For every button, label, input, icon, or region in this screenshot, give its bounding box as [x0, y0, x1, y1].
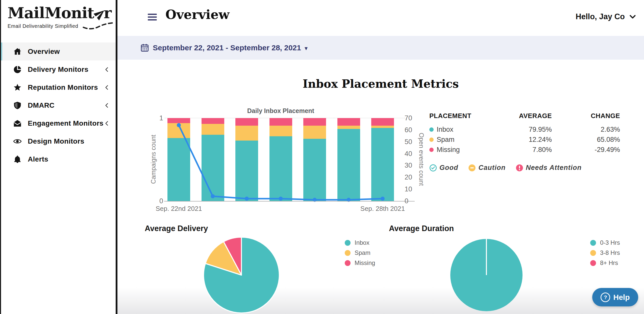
- question-mark-icon: ?: [601, 293, 610, 302]
- sidebar-item-label: Overview: [28, 48, 60, 56]
- inbox-color-dot: [345, 240, 351, 246]
- sidebar-item-delivery-monitors[interactable]: Delivery Monitors: [0, 60, 116, 78]
- right-axis-tick: 50: [405, 138, 412, 146]
- bar-segment-spam: [269, 126, 292, 137]
- caret-down-icon: ▾: [305, 45, 308, 52]
- date-range-selector[interactable]: September 22, 2021 - September 28, 2021 …: [140, 43, 308, 52]
- duration-8plus-color-dot: [590, 260, 596, 266]
- pie-chart-icon: [13, 65, 22, 74]
- pie-title-average-duration: Average Duration: [389, 224, 454, 233]
- table-header-change: CHANGE: [569, 112, 620, 120]
- left-axis-tick: 1: [151, 114, 163, 122]
- bar-segment-missing: [371, 118, 394, 126]
- bar-segment-spam: [167, 123, 190, 138]
- eye-icon: [13, 137, 22, 146]
- brand-wordmark-left: MailMonit: [8, 5, 94, 21]
- row-label: Spam: [437, 136, 455, 144]
- sidebar-item-alerts[interactable]: Alerts: [0, 150, 116, 168]
- sidebar-item-label: Alerts: [28, 155, 48, 163]
- status-item-needs-attention: Needs Attention: [516, 164, 582, 172]
- pie-title-average-delivery: Average Delivery: [145, 224, 208, 233]
- brand-tagline: Email Deliverability Simplified: [8, 23, 78, 29]
- right-axis-tick: 0: [405, 197, 408, 205]
- bar-segment-spam: [337, 126, 360, 129]
- chevron-left-icon: [104, 120, 110, 127]
- chevron-left-icon: [104, 102, 110, 109]
- check-circle-icon: [429, 164, 437, 172]
- row-label: Inbox: [437, 126, 453, 133]
- right-axis-tick: 10: [405, 185, 412, 193]
- row-change: 65.08%: [569, 136, 620, 144]
- table-row: Inbox: [429, 126, 453, 133]
- legend-item: 8+ Hrs: [590, 260, 620, 266]
- bar-segment-missing: [269, 118, 292, 126]
- help-button-label: Help: [613, 293, 630, 302]
- legend-label: 8+ Hrs: [600, 259, 618, 266]
- minus-circle-icon: [468, 164, 476, 172]
- row-average: 79.95%: [501, 126, 552, 133]
- stacked-bar: [202, 118, 224, 201]
- sidebar-item-label: Design Monitors: [28, 137, 84, 145]
- spam-color-dot: [345, 250, 351, 256]
- inbox-color-dot: [429, 127, 434, 132]
- bar-segment-inbox: [167, 138, 190, 201]
- bar-segment-inbox: [371, 128, 394, 201]
- bar-segment-missing: [303, 118, 326, 126]
- sidebar-divider: [116, 0, 117, 314]
- left-axis-tick: 0: [151, 197, 163, 205]
- calendar-icon: [140, 43, 149, 52]
- legend-item: Missing: [345, 260, 375, 266]
- sidebar: MailMonit r Email Deliverability Simplif…: [0, 0, 116, 314]
- sidebar-item-design-monitors[interactable]: Design Monitors: [0, 132, 116, 150]
- user-greeting: Hello, Jay Co: [576, 12, 625, 21]
- brand-logo[interactable]: MailMonit r Email Deliverability Simplif…: [8, 5, 115, 30]
- chevron-down-icon: [629, 13, 636, 20]
- legend-item: 0-3 Hrs: [590, 240, 620, 246]
- exclamation-circle-icon: [516, 164, 523, 172]
- star-icon: [13, 83, 22, 92]
- legend-label: 0-3 Hrs: [600, 239, 620, 246]
- table-header-average: AVERAGE: [501, 112, 552, 120]
- right-axis-tick: 30: [405, 162, 412, 169]
- bar-segment-inbox: [235, 141, 258, 201]
- page-bottom-fade: [117, 287, 644, 314]
- right-axis-label: Open events count: [418, 133, 425, 186]
- help-button[interactable]: ? Help: [592, 288, 638, 306]
- window-left-border: [0, 0, 1, 314]
- right-axis-tick: 20: [405, 173, 412, 181]
- sidebar-item-label: Engagement Monitors: [28, 119, 104, 127]
- table-row: Missing: [429, 146, 460, 154]
- row-change: 2.63%: [569, 126, 620, 133]
- right-axis-tick: 40: [405, 150, 412, 158]
- left-axis-label: Campaigns count: [150, 135, 157, 184]
- legend-item: Spam: [345, 250, 375, 256]
- bar-segment-missing: [235, 118, 258, 126]
- chevron-left-icon: [104, 84, 110, 91]
- spam-color-dot: [429, 138, 434, 142]
- table-row: Spam: [429, 136, 455, 144]
- sidebar-item-engagement-monitors[interactable]: Engagement Monitors: [0, 114, 116, 132]
- hamburger-menu-icon[interactable]: [148, 14, 157, 22]
- user-menu[interactable]: Hello, Jay Co: [576, 12, 636, 21]
- bar-segment-spam: [235, 126, 258, 141]
- legend-label: 3-8 Hrs: [600, 249, 620, 256]
- date-range-text: September 22, 2021 - September 28, 2021: [153, 43, 301, 52]
- duration-0-3-color-dot: [590, 240, 596, 246]
- average-duration-legend: 0-3 Hrs 3-8 Hrs 8+ Hrs: [590, 240, 620, 266]
- average-delivery-legend: Inbox Spam Missing: [345, 240, 375, 266]
- row-average: 12.24%: [501, 136, 552, 144]
- bar-segment-spam: [303, 126, 326, 139]
- sidebar-item-reputation-monitors[interactable]: Reputation Monitors: [0, 78, 116, 96]
- row-change: -29.49%: [569, 146, 620, 154]
- sidebar-item-overview[interactable]: Overview: [0, 42, 116, 60]
- sidebar-item-dmarc[interactable]: DMARC: [0, 96, 116, 114]
- status-label: Caution: [478, 164, 506, 172]
- bar-segment-missing: [167, 118, 190, 123]
- status-label: Needs Attention: [526, 164, 582, 172]
- date-range-bar: September 22, 2021 - September 28, 2021 …: [117, 36, 644, 60]
- table-header-placement: PLACEMENT: [429, 112, 471, 120]
- legend-label: Spam: [355, 249, 370, 256]
- row-label: Missing: [437, 146, 460, 154]
- status-item-good: Good: [429, 164, 458, 172]
- legend-label: Missing: [355, 259, 375, 266]
